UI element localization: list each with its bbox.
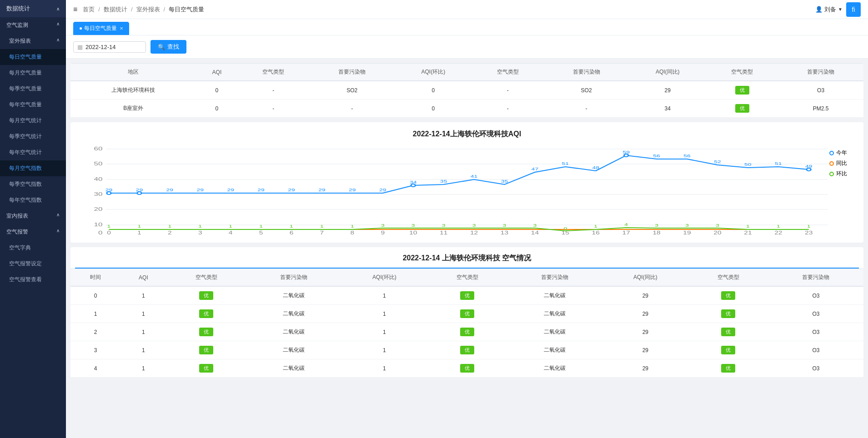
cell-pollutant2: -: [544, 100, 629, 118]
tab-daily-air[interactable]: ● 每日空气质量 ✕: [73, 22, 129, 35]
sidebar-item-seasonal-stats[interactable]: 每季空气统计: [0, 129, 66, 144]
cell-type2: 优: [427, 359, 507, 378]
cell-aqi: 1: [120, 286, 166, 305]
svg-point-40: [624, 154, 628, 157]
legend-label-yoy: 同比: [836, 159, 847, 167]
svg-text:8: 8: [351, 230, 355, 235]
cell-aqi-yoy: 29: [629, 81, 706, 100]
sidebar-section-data-stats[interactable]: 数据统计 ∧: [0, 0, 66, 17]
sidebar-item-alarm-settings[interactable]: 空气报警设定: [0, 256, 66, 272]
cell-aqi: 1: [120, 323, 166, 341]
table-row: B座室外 0 - - 0 - - 34 优 PM2.5: [70, 100, 863, 118]
sidebar-item-alarm-view[interactable]: 空气报警查看: [0, 272, 66, 288]
svg-text:0: 0: [563, 226, 567, 231]
col-header-type1: 空气类型: [237, 64, 309, 81]
summary-table: 地区 AQI 空气类型 首要污染物 AQI(环比) 空气类型 首要污染物 AQI…: [70, 63, 863, 118]
cell-region: B座室外: [70, 100, 196, 118]
sidebar-item-monthly-stats[interactable]: 每月空气统计: [0, 113, 66, 129]
detail-col-pollutant2: 首要污染物: [507, 269, 602, 287]
cell-type1: 优: [166, 359, 246, 378]
svg-text:1: 1: [198, 224, 202, 229]
col-header-type2: 空气类型: [472, 64, 544, 81]
cell-pollutant3: O3: [768, 305, 863, 323]
detail-section-title: 2022-12-14 上海轶伦环境科技 空气情况: [75, 247, 859, 269]
sidebar-item-air-dict[interactable]: 空气字典: [0, 240, 66, 256]
cell-aqi-yoy: 29: [602, 286, 688, 305]
svg-text:1: 1: [229, 224, 232, 229]
tab-close-icon[interactable]: ✕: [120, 26, 123, 31]
svg-text:20: 20: [713, 230, 721, 235]
cell-type3: 优: [688, 341, 768, 359]
detail-table-row: 0 1 优 二氧化碳 1 优 二氧化碳 29 优 O3: [70, 286, 863, 305]
cell-type3: 优: [706, 81, 778, 100]
cell-type1: 优: [166, 286, 246, 305]
sidebar-item-monthly-air[interactable]: 每月空气质量: [0, 65, 66, 81]
svg-text:5: 5: [259, 230, 263, 235]
menu-icon[interactable]: ≡: [73, 5, 77, 14]
breadcrumb-data-stats[interactable]: 数据统计: [104, 5, 127, 14]
svg-text:18: 18: [652, 230, 660, 235]
breadcrumb-outdoor-report[interactable]: 室外报表: [136, 5, 160, 14]
fi-button[interactable]: fi: [846, 2, 861, 17]
main-content: ≡ 首页 / 数据统计 / 室外报表 / 每日空气质量 👤 刘备 ▼ fi ● …: [66, 0, 868, 438]
sidebar-item-air-monitor[interactable]: 空气监测∧: [0, 17, 66, 33]
sidebar-item-air-alarm[interactable]: 空气报警∧: [0, 224, 66, 240]
aqi-chart: 60 50 40 30 20 10 0 0 1 2 3 4 5 6 7 8: [78, 144, 856, 235]
svg-text:3: 3: [472, 223, 476, 228]
cell-pollutant1: -: [309, 100, 395, 118]
cell-pollutant2: 二氧化碳: [507, 286, 602, 305]
cell-pollutant2: 二氧化碳: [507, 323, 602, 341]
user-info[interactable]: 👤 刘备 ▼: [815, 5, 843, 14]
svg-text:29: 29: [105, 188, 113, 192]
breadcrumb-home[interactable]: 首页: [83, 5, 95, 14]
col-header-pollutant1: 首要污染物: [309, 64, 395, 81]
cell-type1: -: [237, 100, 309, 118]
svg-text:4: 4: [229, 230, 233, 235]
svg-text:60: 60: [94, 146, 102, 151]
svg-text:49: 49: [805, 164, 813, 169]
summary-table-section: 地区 AQI 空气类型 首要污染物 AQI(环比) 空气类型 首要污染物 AQI…: [70, 63, 863, 118]
svg-text:3: 3: [442, 223, 446, 228]
cell-type2: 优: [427, 323, 507, 341]
svg-text:51: 51: [562, 161, 569, 166]
sidebar-item-yearly-stats[interactable]: 每年空气统计: [0, 144, 66, 160]
cell-type2: 优: [427, 286, 507, 305]
sidebar-item-daily-air[interactable]: 每日空气质量: [0, 49, 66, 65]
search-button[interactable]: 🔍 查找: [151, 40, 186, 54]
sidebar-item-seasonal-air[interactable]: 每季空气质量: [0, 81, 66, 97]
svg-text:1: 1: [777, 224, 780, 229]
svg-text:56: 56: [683, 154, 691, 158]
cell-type3: 优: [688, 286, 768, 305]
svg-text:29: 29: [288, 188, 295, 192]
svg-text:3: 3: [716, 223, 719, 228]
legend-label-this-year: 今年: [836, 149, 847, 157]
cell-aqi-yoy: 34: [629, 100, 706, 118]
date-input[interactable]: [85, 44, 140, 50]
svg-text:1: 1: [137, 230, 141, 235]
svg-text:10: 10: [409, 230, 417, 235]
sidebar-item-seasonal-index[interactable]: 每季空气指数: [0, 176, 66, 192]
detail-col-type2: 空气类型: [427, 269, 507, 287]
sidebar-item-monthly-index[interactable]: 每月空气指数: [0, 160, 66, 176]
sidebar-item-yearly-index[interactable]: 每年空气指数: [0, 192, 66, 208]
calendar-icon: ▦: [77, 44, 83, 50]
cell-pollutant1: 二氧化碳: [246, 323, 341, 341]
svg-text:29: 29: [196, 188, 204, 192]
sidebar-section-label: 数据统计: [6, 5, 30, 13]
search-icon: 🔍: [158, 44, 165, 50]
sidebar-item-indoor-report[interactable]: 室内报表∧: [0, 208, 66, 224]
detail-col-time: 时间: [70, 269, 120, 287]
svg-text:14: 14: [531, 230, 539, 235]
sidebar-item-outdoor-report[interactable]: 室外报表∧: [0, 33, 66, 49]
svg-text:1: 1: [138, 224, 141, 229]
col-header-aqi: AQI: [196, 64, 238, 81]
cell-aqi: 1: [120, 341, 166, 359]
chevron-down-icon: ▼: [838, 7, 843, 12]
cell-aqi-mom: 1: [341, 323, 427, 341]
cell-aqi: 0: [196, 100, 238, 118]
content-area: ● 每日空气质量 ✕ ▦ 🔍 查找 地区 AQI 空气类: [66, 19, 868, 438]
svg-text:20: 20: [94, 206, 102, 212]
cell-type3: 优: [706, 100, 778, 118]
cell-aqi-mom: 1: [341, 286, 427, 305]
sidebar-item-yearly-air[interactable]: 每年空气质量: [0, 97, 66, 113]
